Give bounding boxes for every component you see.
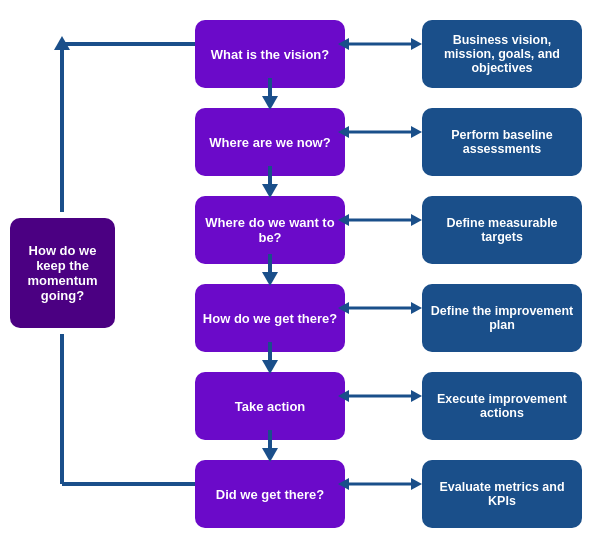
svg-marker-21: [411, 302, 422, 314]
left-box-text: How do we keep the momentum going?: [18, 243, 107, 303]
svg-marker-23: [338, 390, 349, 402]
svg-marker-11: [338, 38, 349, 50]
svg-marker-5: [262, 272, 278, 286]
svg-marker-17: [338, 214, 349, 226]
svg-marker-12: [411, 38, 422, 50]
svg-marker-9: [262, 448, 278, 462]
svg-marker-15: [411, 126, 422, 138]
left-box: How do we keep the momentum going?: [10, 218, 115, 328]
svg-marker-3: [262, 184, 278, 198]
svg-marker-1: [262, 96, 278, 110]
svg-marker-7: [262, 360, 278, 374]
svg-marker-27: [411, 478, 422, 490]
svg-marker-20: [338, 302, 349, 314]
svg-marker-26: [338, 478, 349, 490]
diagram: How do we keep the momentum going? What …: [0, 0, 600, 546]
svg-marker-24: [411, 390, 422, 402]
svg-marker-14: [338, 126, 349, 138]
svg-marker-18: [411, 214, 422, 226]
